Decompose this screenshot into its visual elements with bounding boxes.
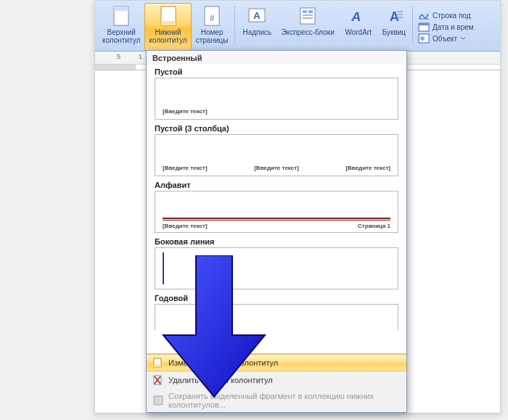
gallery-item-title: Годовой (155, 294, 398, 304)
placeholder-text: [Введите текст] (254, 165, 299, 171)
ruler-mark: 1 (139, 53, 142, 60)
drop-cap-icon: A (384, 5, 404, 27)
edit-footer-action[interactable]: Изменить нижний колонтитул (147, 354, 406, 371)
object-icon (418, 33, 430, 44)
header-top-button[interactable]: Верхний колонтитул (98, 3, 144, 51)
date-time-button[interactable]: Дата и врем (418, 21, 474, 33)
gallery-item-title: Боковая линия (155, 237, 398, 247)
gallery-item-title: Пустой (155, 67, 398, 78)
remove-footer-action[interactable]: Удалить нижний колонтитул (147, 371, 406, 389)
ribbon-label: Буквиц (382, 28, 406, 36)
dropdown-footer: Изменить нижний колонтитул Удалить нижни… (147, 353, 406, 412)
svg-rect-3 (161, 21, 176, 25)
decorative-rule (163, 252, 164, 284)
save-icon (152, 395, 164, 406)
gallery-item-annual[interactable]: Годовой (147, 291, 406, 330)
page-header-icon (111, 5, 131, 27)
ribbon-label: Надпись (243, 28, 272, 36)
placeholder-text: [Введите текст] (163, 108, 208, 115)
signature-icon (418, 10, 430, 20)
action-label: Сохранить выделенный фрагмент в коллекци… (168, 392, 401, 409)
page-label: Страница 1 (358, 223, 390, 229)
svg-rect-9 (303, 10, 307, 13)
ribbon-label: Верхний (107, 28, 135, 36)
ribbon-label: Экспресс-блоки (281, 28, 334, 36)
gallery-item-3col[interactable]: Пустой (3 столбца) [Введите текст] [Введ… (147, 121, 406, 176)
quick-parts-button[interactable]: Экспресс-блоки (276, 3, 338, 51)
footer-gallery[interactable]: Пустой [Введите текст] Пустой (3 столбца… (147, 65, 406, 353)
ribbon: Верхний колонтитул Нижний колонтитул # Н… (95, 1, 500, 52)
action-label: Изменить нижний колонтитул (168, 358, 278, 367)
drop-cap-button[interactable]: A Буквиц (378, 3, 410, 51)
action-label: Удалить нижний колонтитул (168, 376, 273, 384)
text-box-button[interactable]: A Надпись (237, 3, 276, 51)
decorative-rule (163, 218, 390, 219)
ribbon-small-label: Строка под (433, 12, 470, 20)
svg-text:A: A (254, 10, 261, 21)
ribbon-separator (412, 6, 413, 45)
gallery-item-title: Пустой (3 столбца) (155, 124, 398, 134)
ruler-mark: 5 (117, 53, 120, 60)
calendar-icon (418, 22, 430, 32)
gallery-preview (155, 247, 398, 289)
ribbon-label: колонтитул (149, 36, 187, 44)
ribbon-label: WordArt (345, 28, 372, 36)
placeholder-text: [Введите текст] (345, 165, 390, 171)
svg-rect-16 (397, 14, 403, 15)
svg-point-22 (420, 36, 425, 41)
svg-rect-1 (114, 7, 128, 11)
gallery-preview: [Введите текст] (155, 78, 398, 120)
decorative-rule (163, 220, 390, 221)
wordart-icon: A (348, 5, 369, 27)
ribbon-small-label: Дата и врем (433, 23, 474, 31)
svg-text:A: A (351, 9, 362, 24)
wordart-button[interactable]: A WordArt (339, 3, 378, 51)
gallery-item-sideline[interactable]: Боковая линия (147, 234, 406, 289)
ribbon-label: Номер (201, 28, 224, 36)
ribbon-label: колонтитул (102, 36, 140, 44)
gallery-item-empty[interactable]: Пустой [Введите текст] (147, 65, 406, 120)
gallery-item-alphabet[interactable]: Алфавит [Введите текст] Страница 1 (147, 178, 406, 233)
delete-icon (152, 374, 164, 386)
signature-line-button[interactable]: Строка под (418, 9, 474, 21)
header-bottom-button[interactable]: Нижний колонтитул (144, 3, 191, 51)
svg-rect-28 (154, 396, 163, 405)
gallery-preview: [Введите текст] [Введите текст] [Введите… (155, 134, 398, 176)
svg-rect-11 (303, 15, 313, 16)
svg-rect-17 (397, 17, 403, 18)
page-number-button[interactable]: # Номер страницы (192, 3, 233, 51)
gallery-preview (155, 304, 398, 330)
svg-rect-12 (303, 17, 313, 19)
save-to-gallery-action: Сохранить выделенный фрагмент в коллекци… (147, 389, 406, 412)
placeholder-text: [Введите текст] (163, 223, 208, 229)
edit-icon (152, 357, 164, 368)
svg-text:#: # (210, 13, 215, 23)
svg-rect-24 (154, 364, 161, 367)
ribbon-separator (234, 6, 235, 45)
quick-parts-icon (298, 5, 318, 27)
text-box-icon: A (247, 5, 267, 27)
ribbon-label: страницы (196, 36, 229, 44)
page-number-icon: # (202, 5, 222, 27)
placeholder-text: [Введите текст] (163, 165, 208, 171)
footer-gallery-dropdown: Встроенный Пустой [Введите текст] Пустой… (146, 50, 407, 413)
gallery-preview: [Введите текст] Страница 1 (155, 191, 398, 233)
ribbon-small-label: Объект (433, 35, 457, 43)
ribbon-small-group: Строка под Дата и врем Объект (415, 3, 477, 51)
app-window: Верхний колонтитул Нижний колонтитул # Н… (94, 0, 501, 413)
page-footer-icon (158, 5, 179, 27)
gallery-item-title: Алфавит (155, 181, 398, 191)
gallery-section-header: Встроенный (147, 51, 406, 65)
svg-rect-10 (308, 10, 313, 13)
ribbon-label: Нижний (155, 28, 181, 36)
svg-rect-15 (397, 11, 403, 12)
object-button[interactable]: Объект (418, 33, 474, 44)
svg-rect-20 (419, 23, 429, 25)
chevron-down-icon (460, 36, 466, 41)
